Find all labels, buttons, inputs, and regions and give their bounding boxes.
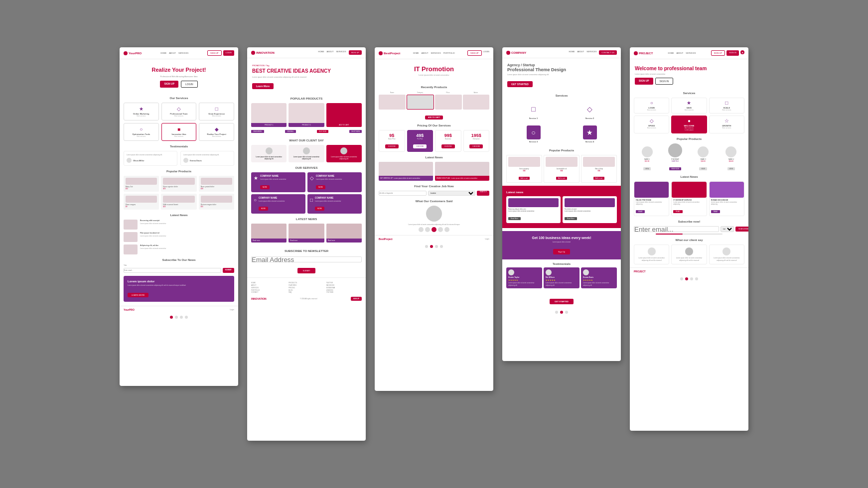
- service-4-item[interactable]: ○ Service 3: [506, 123, 561, 145]
- pricing-card[interactable]: 9$ Basic Plan CHOOSE: [379, 130, 405, 152]
- read-more-btn[interactable]: Read More: [508, 217, 521, 220]
- product-5-item[interactable]: NAME 1 $12.00 VIEW: [634, 146, 660, 171]
- news-card[interactable]: Read more: [289, 224, 324, 243]
- job-input[interactable]: [379, 191, 427, 196]
- service-5-item[interactable]: ★ SAVE Best services: [671, 98, 707, 114]
- pricing-card[interactable]: 195$ Enterprise CHOOSE: [463, 130, 490, 152]
- news-btn[interactable]: READ: [673, 210, 682, 213]
- hero-signup-1[interactable]: SIGN UP: [160, 81, 178, 88]
- more-btn[interactable]: MORE: [260, 185, 270, 189]
- add-btn[interactable]: Add to cart: [593, 177, 605, 180]
- nav-login-btn-1[interactable]: LOGIN: [223, 50, 234, 56]
- add-btn[interactable]: Add to cart: [519, 177, 530, 180]
- news-card-3[interactable]: BRAND NEW PLAN · Lorem ipsum dolor sit a…: [435, 162, 489, 181]
- product-item[interactable]: Diam magna $9: [124, 194, 159, 210]
- service-item[interactable]: ○ Optimization Tools Best services: [124, 123, 159, 141]
- newsletter-btn-2[interactable]: SUBMIT: [297, 268, 315, 273]
- hero-btn-2[interactable]: Learn More: [252, 83, 274, 89]
- service-4-item[interactable]: □ Service 1: [506, 100, 561, 122]
- product-item[interactable]: Dictum magna dolor $15: [199, 194, 234, 210]
- news-card[interactable]: Read more: [326, 224, 362, 243]
- pricing-btn[interactable]: CHOOSE: [469, 144, 483, 148]
- product-4-item[interactable]: Sale of drop $$$ Add to cart: [581, 155, 617, 183]
- footer-btn-2[interactable]: SIGN UP: [351, 297, 362, 301]
- nav-btn-2[interactable]: SIGN UP: [349, 50, 362, 55]
- product-btn[interactable]: VIEW: [643, 167, 651, 170]
- hero-login-1[interactable]: LOGIN: [181, 81, 198, 88]
- news-card-4[interactable]: Text dolor sit ametLorem ipsum dolor sit…: [563, 196, 617, 223]
- newsletter-btn[interactable]: LEARN MORE: [128, 293, 148, 297]
- job-location-select[interactable]: Location: [428, 191, 476, 196]
- news-card[interactable]: Read more: [251, 224, 287, 243]
- nav-signup-btn-1[interactable]: SIGN UP: [207, 50, 221, 56]
- product-card[interactable]: ADD TO CART: [326, 103, 362, 127]
- pricing-btn[interactable]: CHOOSE: [385, 144, 399, 148]
- nav-signup-5[interactable]: SIGN UP: [711, 50, 725, 56]
- service-item-active[interactable]: ■ Innovative Idea Best services: [161, 123, 197, 141]
- more-btn[interactable]: MORE: [316, 185, 325, 189]
- product-item[interactable]: Nunc egestor dolor $25: [161, 176, 196, 192]
- pricing-card-featured[interactable]: 49$ Pro Plan CHOOSE: [407, 130, 434, 152]
- hero-signup-5[interactable]: SIGN UP: [635, 78, 653, 85]
- subscribe-input-5[interactable]: [634, 226, 719, 232]
- service-card[interactable]: ○ COMPANY NAME Lorem ipsum dolor sit ame…: [251, 194, 305, 214]
- product-btn[interactable]: VIEW NOW: [669, 167, 681, 170]
- product-btn[interactable]: VIEW: [727, 167, 735, 170]
- read-more-btn[interactable]: Read More: [565, 217, 577, 220]
- service-5-item[interactable]: ○ LOGIN Best services: [634, 98, 669, 114]
- job-search-btn[interactable]: SEARCH: [477, 191, 489, 196]
- nav-btn-4[interactable]: CONTACT US: [599, 50, 617, 55]
- service-card[interactable]: ◇ COMPANY NAME Lorem ipsum dolor sit ame…: [307, 172, 362, 192]
- hero-signin-5[interactable]: SIGN IN: [655, 78, 674, 85]
- newsletter-input-2[interactable]: [251, 256, 362, 262]
- footer-cta-btn-4[interactable]: GET STARTED: [550, 299, 574, 304]
- shop-btn[interactable]: SHOP NOW: [349, 130, 362, 133]
- cta-btn-4[interactable]: Sign Up: [553, 249, 570, 254]
- more-btn[interactable]: MORE: [259, 207, 268, 211]
- service-item[interactable]: ★ Online Marketing Best services: [124, 103, 159, 121]
- subscribe-select-5[interactable]: List: [721, 226, 734, 232]
- nav-signin-5[interactable]: SIGN IN: [726, 50, 739, 56]
- service-5-item[interactable]: □ SCALE Best services: [709, 98, 744, 114]
- hero-btn-4[interactable]: GET STARTED: [507, 81, 533, 87]
- service-item[interactable]: ◆ Realize Your Project Best services: [199, 123, 234, 141]
- service-5-item-featured[interactable]: ● WELCOME Best servicesLorem ipsum: [671, 116, 707, 133]
- service-card[interactable]: □ COMPANY NAME Lorem ipsum dolor sit ame…: [307, 194, 362, 214]
- subscribe-input[interactable]: [124, 268, 221, 273]
- service-5-item[interactable]: ◇ SPEED Best services: [634, 116, 669, 133]
- product-item[interactable]: Nibh eusmod lamet $22: [161, 194, 196, 210]
- service-item[interactable]: ◇ Professional Team Best services: [161, 103, 197, 121]
- news-card-5[interactable]: IT WORSHIP SERVICE Lorem ipsum dolor sit…: [671, 181, 707, 216]
- subscribe-btn-5[interactable]: SUBSCRIBE: [735, 227, 748, 232]
- service-4-item[interactable]: ◇ Service 2: [563, 100, 617, 122]
- news-card-4[interactable]: Ramency aliquot dolor jemLorem ipsum dol…: [506, 196, 561, 223]
- nav-signup-3[interactable]: SIGN UP: [467, 50, 481, 56]
- pricing-card[interactable]: 99$ Business CHOOSE: [435, 130, 461, 152]
- service-item[interactable]: □ Great Experience Best services: [199, 103, 234, 121]
- product-5-item[interactable]: NAME 4 $24.00 VIEW: [718, 146, 744, 171]
- product-5-item[interactable]: IT MONDAY SUBTITLE VIEW NOW: [662, 143, 688, 171]
- view-more-btn[interactable]: VIEW MORE: [251, 130, 264, 133]
- product-5-item[interactable]: NAME 3 $18.00 VIEW: [690, 146, 717, 171]
- product-item[interactable]: Baby Cat $12: [124, 176, 159, 192]
- add-to-cart-btn[interactable]: ADD TO CART: [425, 116, 443, 120]
- buy-now-btn[interactable]: BUY NOW: [317, 130, 328, 133]
- add-btn[interactable]: Add to cart: [556, 177, 568, 180]
- service-card[interactable]: ★ COMPANY NAME Lorem ipsum dolor sit ame…: [251, 172, 305, 192]
- service-4-item[interactable]: ★ Service 4: [563, 123, 617, 145]
- news-card-3[interactable]: GET WRITING UP · Lorem ipsum dolor sit a…: [379, 162, 433, 181]
- news-btn[interactable]: READ: [711, 210, 720, 213]
- news-btn[interactable]: READ: [636, 210, 645, 213]
- view-all-btn[interactable]: VIEW ALL: [285, 130, 296, 133]
- product-4-item[interactable]: Item company $$$ Add to cart: [506, 155, 542, 183]
- product-card[interactable]: PRODUCT 2: [289, 103, 324, 127]
- news-card-5[interactable]: ROMAN SECUNDUM Lorem ipsum dolor sit ame…: [709, 181, 744, 216]
- subscribe-btn[interactable]: SUBMIT: [223, 268, 234, 273]
- product-btn[interactable]: VIEW: [699, 167, 707, 170]
- product-card[interactable]: PRODUCT 1: [251, 103, 287, 127]
- news-card-5[interactable]: FALSE PRETENSE Lorem ipsum dolor sit ame…: [634, 181, 669, 216]
- pricing-btn[interactable]: CHOOSE: [441, 144, 455, 148]
- product-item[interactable]: Nunc praisd dolor $18: [199, 176, 234, 192]
- service-5-item[interactable]: ☆ GROWTH Best services: [709, 116, 744, 133]
- pricing-btn-featured[interactable]: CHOOSE: [413, 144, 427, 148]
